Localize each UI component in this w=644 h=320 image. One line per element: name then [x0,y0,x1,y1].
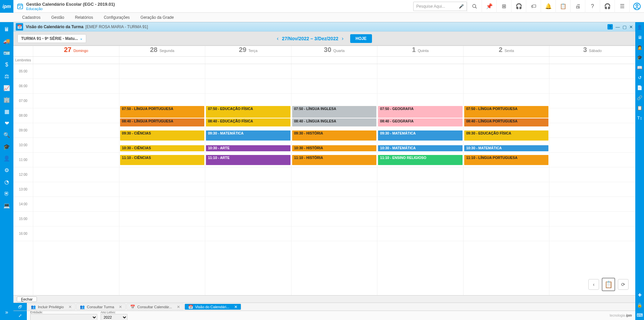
calendar-event[interactable]: 07:50 - LÍNGUA PORTUGUESA [120,106,205,118]
sidebar-chart-icon[interactable]: 📈 [0,82,13,94]
calendar-event[interactable]: 10:30 - HISTÓRIA [292,145,377,151]
rail-lock-icon[interactable]: 🔒 [635,300,644,310]
org-icon[interactable]: ⊞ [496,0,511,13]
scroll-left-icon[interactable]: ‹ [588,279,599,290]
print-icon[interactable]: 🖨 [570,0,585,13]
sidebar-laptop-icon[interactable]: 💻 [0,200,13,211]
today-button[interactable]: HOJE [350,34,372,43]
sidebar-grid-icon[interactable]: ▦ [0,106,13,117]
menu-cadastros[interactable]: Cadastros [17,15,46,20]
year-select[interactable]: 2022 [101,314,127,320]
class-selector[interactable]: TURMA 91 - 9ª SÉRIE - Matu... ⌄ [17,34,86,43]
next-week-icon[interactable]: › [342,36,343,42]
calendar-event[interactable]: 11:10 - ARTE [206,155,290,165]
headset-icon[interactable]: 🎧 [511,0,526,13]
sidebar-scale-icon[interactable]: ⚖ [0,70,13,82]
tab-close-icon[interactable]: ✕ [234,305,237,309]
calendar-event[interactable]: 09:30 - EDUCAÇÃO FÍSICA [464,130,549,141]
sidebar-calc-icon[interactable]: 🖩 [0,23,13,35]
calendar-event[interactable]: 07:50 - GEOGRAFIA [378,106,463,118]
list-view-icon[interactable]: 📋 [602,278,615,291]
status-expand-icon[interactable]: ⤢ [13,311,27,320]
calendar-event[interactable]: 09:30 - MATEMÁTICA [206,130,290,141]
mic-icon[interactable]: 🎤 [459,4,464,9]
menu-gestao[interactable]: Gestão [46,15,70,20]
calendar-event[interactable]: 11:10 - ENSINO RELIGIOSO [378,155,463,165]
sidebar-user-gear-icon[interactable]: 👤 [0,153,13,164]
rail-user-icon[interactable]: 👤 [635,22,644,32]
calendar-event[interactable]: 11:10 - LÍNGUA PORTUGUESA [464,155,549,165]
tab[interactable]: 👥Incluir Privilégio✕ [27,304,75,310]
rail-plugin-icon[interactable]: ✚ [635,290,644,300]
tab[interactable]: 📅Consultar Calendár...✕ [126,304,183,310]
tab-windows-icon[interactable]: 🗗 [13,303,27,311]
calendar-event[interactable]: 07:50 - EDUCAÇÃO FÍSICA [206,106,290,118]
menu-relatorios[interactable]: Relatórios [69,15,98,20]
calendar-event[interactable]: 07:50 - LÍNGUA INGLESA [292,106,377,118]
calendar-event[interactable]: 09:30 - CIÊNCIAS [120,130,205,141]
day-column: 07:50 - LÍNGUA INGLESA08:40 - LÍNGUA ING… [291,64,377,295]
user-avatar-icon[interactable] [629,0,644,13]
clipboard-icon[interactable]: 📋 [555,0,570,13]
refresh-icon[interactable]: ⟳ [618,279,629,290]
sidebar-heart-icon[interactable]: ❤ [0,117,13,129]
sidebar-expand-icon[interactable]: » [0,306,13,318]
calendar-event[interactable]: 10:30 - MATEMÁTICA [464,145,549,151]
sidebar-money-icon[interactable]: $ [0,59,13,70]
menu-icon[interactable]: ☰ [614,0,629,13]
entity-select[interactable] [30,314,97,320]
tag-icon[interactable]: 🏷 [526,0,541,13]
close-button[interactable]: Fechar [17,297,37,302]
calendar-event[interactable]: 11:10 - HISTÓRIA [292,155,377,165]
sidebar-gear-icon[interactable]: ⚙ [0,164,13,176]
calendar-body[interactable]: 05:0006:0007:0008:0009:0010:0011:0012:00… [13,64,635,295]
sidebar-building-icon[interactable]: 🏢 [0,94,13,106]
support-icon[interactable]: 🎧 [600,0,614,13]
rail-monitor-icon[interactable]: 🖥 [635,32,644,42]
rail-list-icon[interactable]: 📋 [635,103,644,113]
calendar-event[interactable]: 07:50 - LÍNGUA PORTUGUESA [464,106,549,118]
sidebar-grad-icon[interactable]: 🎓 [0,141,13,153]
calendar-event[interactable]: 08:40 - GEOGRAFIA [378,118,463,126]
window-help-icon[interactable]: ? [607,24,613,30]
rail-keyboard-icon[interactable]: ⌨ [635,310,644,320]
search-input[interactable]: Pesquise Aqui... 🎤 [413,2,467,11]
calendar-event[interactable]: 08:40 - LÍNGUA INGLESA [292,118,377,126]
calendar-event[interactable]: 10:30 - CIÊNCIAS [120,145,205,151]
rail-link-icon[interactable]: 🔗 [635,93,644,103]
pin-icon[interactable]: 📌 [482,0,496,13]
calendar-event[interactable]: 10:30 - ARTE [206,145,290,151]
window-close-icon[interactable]: ✕ [629,24,633,30]
sidebar-truck-icon[interactable]: 🚚 [0,35,13,47]
menu-geracao[interactable]: Geração da Grade [135,15,179,20]
calendar-event[interactable]: 09:30 - MATEMÁTICA [378,130,463,141]
calendar-event[interactable]: 08:40 - LÍNGUA PORTUGUESA [120,118,205,126]
tab-close-icon[interactable]: ✕ [177,305,180,309]
rail-text-icon[interactable]: T↕ [635,113,644,123]
calendar-event[interactable]: 10:30 - MATEMÁTICA [378,145,463,151]
sidebar-search-icon[interactable]: 🔍 [0,129,13,141]
rail-doc-icon[interactable]: 📄 [635,83,644,93]
calendar-event[interactable]: 08:40 - LÍNGUA PORTUGUESA [464,118,549,126]
rail-grad-icon[interactable]: 🎓 [635,52,644,62]
rail-history-icon[interactable]: ↺ [635,72,644,83]
sidebar-id-icon[interactable]: 🪪 [0,47,13,59]
rail-person-icon[interactable]: 🙍 [635,42,644,52]
tab[interactable]: 📅Visão do Calendári...✕ [184,304,241,310]
calendar-event[interactable]: 11:10 - CIÊNCIAS [120,155,205,165]
calendar-event[interactable]: 08:40 - EDUCAÇÃO FÍSICA [206,118,290,126]
menu-configuracoes[interactable]: Configurações [98,15,135,20]
calendar-event[interactable]: 09:30 - HISTÓRIA [292,130,377,141]
tab-close-icon[interactable]: ✕ [119,305,122,309]
window-maximize-icon[interactable]: ▢ [623,24,627,30]
bell-icon[interactable]: 🔔 [541,0,555,13]
tab-close-icon[interactable]: ✕ [68,305,72,309]
tab[interactable]: 👥Consultar Turma✕ [76,304,126,310]
sidebar-shield-icon[interactable]: ⛨ [0,188,13,200]
rail-book-icon[interactable]: 📖 [635,62,644,72]
help-icon[interactable]: ? [585,0,600,13]
window-minimize-icon[interactable]: — [615,24,620,30]
prev-week-icon[interactable]: ‹ [277,36,278,42]
search-icon[interactable] [467,0,482,13]
sidebar-pie-icon[interactable]: ◔ [0,176,13,188]
